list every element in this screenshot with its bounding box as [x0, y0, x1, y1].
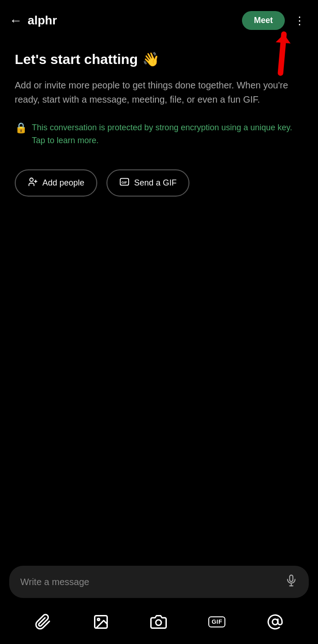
message-input-box[interactable]: Write a message — [9, 566, 309, 598]
image-button[interactable] — [93, 614, 109, 630]
encryption-notice[interactable]: 🔒 This conversation is protected by stro… — [15, 122, 303, 147]
main-content: Let's start chatting 👋 Add or invite mor… — [0, 37, 318, 197]
add-people-button[interactable]: Add people — [15, 169, 97, 197]
chat-title: Let's start chatting 👋 — [15, 51, 303, 67]
svg-point-13 — [272, 619, 278, 625]
svg-rect-7 — [290, 575, 293, 581]
mention-button[interactable] — [267, 614, 283, 630]
chat-title-text: Let's start chatting — [15, 52, 138, 67]
message-input-area: Write a message — [9, 566, 309, 598]
svg-point-11 — [97, 619, 100, 621]
attachment-button[interactable] — [35, 614, 51, 630]
svg-point-12 — [156, 620, 161, 626]
gif-icon-text: GIF — [208, 616, 225, 628]
lock-icon: 🔒 — [15, 122, 27, 134]
add-people-label: Add people — [42, 178, 84, 188]
meet-button[interactable]: Meet — [242, 11, 285, 30]
gif-toolbar-button[interactable]: GIF — [208, 616, 225, 628]
chat-description: Add or invite more people to get things … — [15, 78, 303, 107]
svg-point-2 — [30, 178, 33, 181]
header-title: alphr — [28, 13, 242, 28]
back-button[interactable]: ← — [9, 14, 22, 27]
send-gif-button[interactable]: GIF Send a GIF — [106, 169, 189, 197]
send-gif-label: Send a GIF — [134, 178, 177, 188]
more-options-button[interactable]: ⋮ — [290, 13, 309, 28]
camera-button[interactable] — [150, 614, 167, 630]
add-people-icon — [28, 177, 38, 189]
svg-text:GIF: GIF — [122, 180, 128, 184]
app-header: ← alphr Meet ⋮ — [0, 0, 318, 37]
mic-icon[interactable] — [285, 574, 298, 590]
message-input-placeholder: Write a message — [20, 577, 89, 587]
bottom-toolbar: GIF — [0, 609, 318, 635]
gif-button-icon: GIF — [119, 177, 130, 189]
wave-emoji: 👋 — [142, 51, 159, 67]
action-buttons: Add people GIF Send a GIF — [15, 169, 303, 197]
encryption-text: This conversation is protected by strong… — [32, 122, 303, 147]
